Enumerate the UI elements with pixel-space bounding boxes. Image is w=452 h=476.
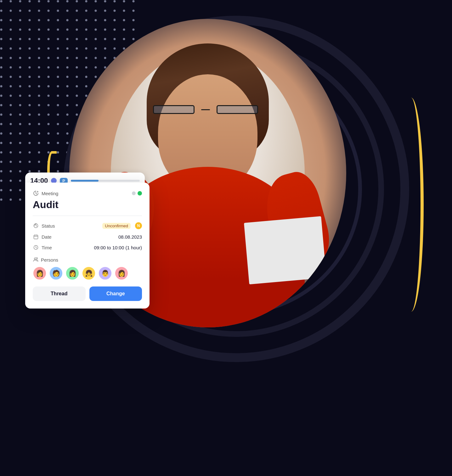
time-progress-bar <box>71 180 140 182</box>
time-row: Time 09:00 to 10:00 (1 hour) <box>33 244 142 251</box>
status-row: Status Unconfirmed N <box>33 222 142 229</box>
status-label: Status <box>42 223 100 229</box>
persons-label-text: Persons <box>41 257 58 263</box>
card-actions: Thread Change <box>33 286 142 301</box>
avatar-2: 🧑 <box>49 266 63 280</box>
status-icon <box>33 223 39 229</box>
time-icon <box>33 244 39 251</box>
avatar-5: 👨 <box>98 266 112 280</box>
status-value: Unconfirmed <box>102 223 131 229</box>
date-row: Date 08.08.2023 <box>33 234 142 240</box>
status-dot-green <box>138 191 142 196</box>
change-button[interactable]: Change <box>89 286 142 301</box>
date-icon <box>33 234 39 240</box>
avatar-3: 👩 <box>65 266 79 280</box>
avatars-row: 👩 🧑 👩 👧 👨 👩 <box>33 266 142 280</box>
date-value: 08.08.2023 <box>118 234 142 240</box>
date-label: Date <box>42 234 116 240</box>
n-badge: N <box>135 222 142 229</box>
persons-icon <box>33 257 38 263</box>
avatar-1: 👩 <box>33 266 47 280</box>
persons-section: Persons 👩 🧑 👩 👧 👨 👩 <box>33 257 142 280</box>
svg-point-5 <box>34 258 36 260</box>
time-label: Time <box>42 245 91 250</box>
card-type-label: Meeting <box>42 191 58 196</box>
status-dots <box>132 191 142 196</box>
avatar-4: 👧 <box>82 266 96 280</box>
card-type: Meeting <box>33 190 58 196</box>
thread-button[interactable]: Thread <box>33 286 86 301</box>
yellow-accent-arc <box>398 98 424 312</box>
meeting-icon <box>33 190 39 196</box>
card-divider <box>33 216 142 216</box>
meeting-card: Meeting Audit Status Unconfirmed N <box>25 183 150 309</box>
svg-rect-3 <box>34 235 38 239</box>
persons-label: Persons <box>33 257 142 263</box>
card-title: Audit <box>33 199 142 211</box>
card-header: Meeting <box>33 190 142 196</box>
time-progress-fill <box>71 180 99 182</box>
status-dot-gray <box>132 191 136 195</box>
avatar-6: 👩 <box>115 266 128 280</box>
time-value: 09:00 to 10:00 (1 hour) <box>94 245 142 250</box>
